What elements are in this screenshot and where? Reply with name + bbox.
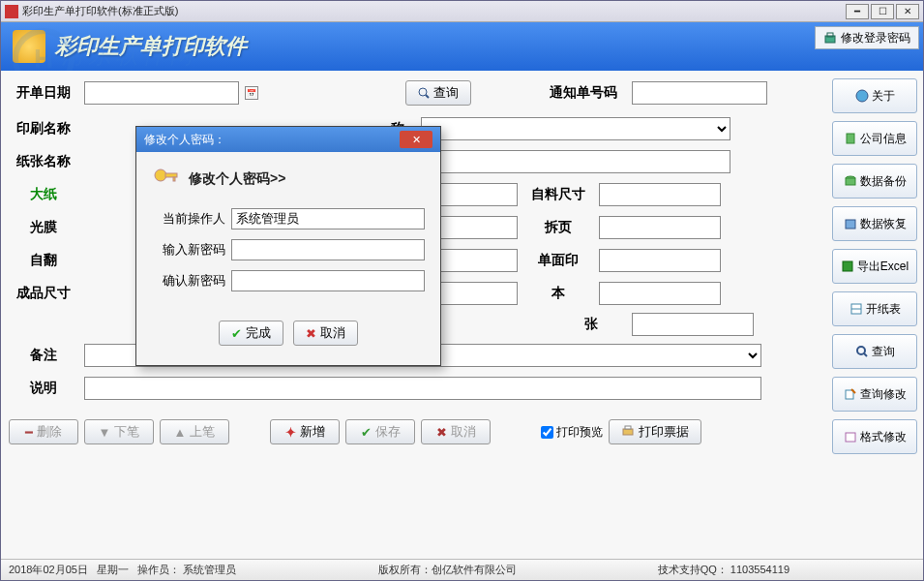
window-titlebar: 彩印生产单打印软件(标准正式版) ━ ☐ ✕ (1, 1, 923, 22)
print-receipt-button[interactable]: 打印票据 (609, 419, 701, 444)
degree-input[interactable] (421, 150, 730, 173)
restore-button[interactable]: 数据恢复 (832, 206, 917, 241)
notice-no-input[interactable] (632, 81, 767, 105)
name-combo[interactable] (421, 117, 730, 140)
window-title: 彩印生产单打印软件(标准正式版) (22, 4, 178, 18)
desc-input[interactable] (84, 377, 761, 400)
dialog-close-button[interactable]: ✕ (400, 131, 432, 148)
dialog-title: 修改个人密码： (144, 132, 225, 148)
dialog-titlebar[interactable]: 修改个人密码： ✕ (136, 127, 440, 152)
self-size-input[interactable] (599, 183, 721, 206)
product-size-label: 成品尺寸 (9, 285, 78, 302)
app-logo-icon (13, 30, 45, 63)
svg-rect-16 (846, 390, 853, 399)
remark-label: 备注 (9, 347, 78, 364)
status-date: 2018年02月05日 (9, 564, 88, 575)
header-bar: H 河东软件网 彩印生产单打印软件 修改登录密码 (1, 22, 923, 71)
query-button[interactable]: 查询 (832, 334, 917, 369)
date-input[interactable] (84, 81, 239, 105)
side-panel: 关于 公司信息 数据备份 数据恢复 导出Excel 开纸表 (826, 71, 923, 559)
search-icon (855, 345, 869, 358)
status-qq: 1103554119 (730, 564, 790, 575)
svg-rect-7 (847, 134, 854, 143)
app-icon (5, 5, 18, 18)
status-operator-label: 操作员： (137, 564, 180, 575)
dialog-cancel-button[interactable]: ✖取消 (293, 321, 358, 346)
book-label: 本 (523, 285, 593, 302)
new-password-label: 输入新密码 (152, 241, 225, 259)
excel-icon (841, 260, 854, 273)
svg-rect-21 (173, 177, 175, 181)
split-page-label: 拆页 (523, 219, 593, 236)
print-name-label: 印刷名称 (9, 120, 78, 138)
delete-button[interactable]: ━删除 (9, 419, 78, 444)
svg-line-3 (426, 95, 429, 98)
split-page-input[interactable] (599, 216, 721, 239)
notice-no-label: 通知单号码 (541, 84, 626, 102)
query-edit-button[interactable]: 查询修改 (832, 377, 917, 412)
printer-icon (621, 425, 635, 439)
paper-table-button[interactable]: 开纸表 (832, 291, 917, 326)
svg-line-15 (864, 353, 867, 356)
prev-button[interactable]: ▲上笔 (160, 419, 229, 444)
key-icon (823, 31, 837, 45)
search-button[interactable]: 查询 (405, 80, 471, 106)
current-operator-input[interactable] (231, 208, 425, 229)
status-operator: 系统管理员 (183, 564, 236, 575)
next-button[interactable]: ▼下笔 (84, 419, 154, 444)
single-print-label: 单面印 (523, 252, 593, 269)
current-operator-label: 当前操作人 (152, 210, 225, 228)
single-print-input[interactable] (599, 249, 721, 272)
svg-rect-5 (625, 426, 631, 429)
format-edit-button[interactable]: 格式修改 (832, 419, 917, 454)
svg-point-19 (155, 169, 166, 181)
dialog-ok-button[interactable]: ✔完成 (219, 321, 283, 346)
svg-rect-10 (846, 220, 855, 229)
about-button[interactable]: 关于 (832, 78, 917, 113)
minimize-button[interactable]: ━ (846, 4, 869, 19)
status-copyright: 版权所有：创亿软件有限公司 (378, 563, 517, 577)
svg-rect-11 (843, 261, 852, 271)
change-password-label: 修改登录密码 (841, 30, 910, 46)
dialog-heading: 修改个人密码>> (189, 170, 285, 188)
book-input[interactable] (599, 282, 721, 305)
status-bar: 2018年02月05日 星期一 操作员： 系统管理员 版权所有：创亿软件有限公司… (1, 559, 923, 580)
key-icon (152, 166, 179, 193)
change-password-button[interactable]: 修改登录密码 (815, 26, 919, 49)
svg-point-2 (419, 88, 427, 96)
search-icon (418, 87, 430, 99)
svg-point-6 (856, 90, 868, 102)
close-button[interactable]: ✕ (896, 4, 919, 19)
change-password-dialog: 修改个人密码： ✕ 修改个人密码>> 当前操作人 输入新密码 确认新密码 ✔完成… (135, 126, 441, 366)
svg-rect-9 (846, 178, 855, 185)
paper-name-label: 纸张名称 (9, 153, 78, 170)
svg-rect-4 (623, 429, 633, 435)
export-excel-button[interactable]: 导出Excel (832, 249, 917, 284)
table-icon (849, 302, 863, 316)
calendar-icon[interactable]: 📅 (245, 86, 258, 100)
confirm-password-input[interactable] (231, 270, 425, 291)
sheet-input[interactable] (632, 313, 754, 336)
maximize-button[interactable]: ☐ (871, 4, 894, 19)
new-password-input[interactable] (231, 239, 425, 260)
self-size-label: 自料尺寸 (523, 186, 593, 203)
company-info-button[interactable]: 公司信息 (832, 121, 917, 156)
film-label: 光膜 (9, 219, 78, 236)
svg-rect-20 (165, 173, 177, 177)
svg-rect-18 (846, 433, 855, 442)
add-button[interactable]: ✦新增 (270, 419, 340, 444)
save-button[interactable]: ✔保存 (345, 419, 415, 444)
backup-button[interactable]: 数据备份 (832, 164, 917, 199)
restore-icon (844, 217, 857, 230)
date-label: 开单日期 (9, 84, 78, 102)
confirm-password-label: 确认新密码 (152, 272, 225, 290)
info-icon (855, 89, 869, 103)
self-flip-label: 自翻 (9, 252, 78, 269)
big-paper-label: 大纸 (9, 186, 78, 203)
database-icon (844, 174, 857, 188)
cancel-button[interactable]: ✖取消 (421, 419, 491, 444)
app-title: 彩印生产单打印软件 (55, 32, 247, 61)
status-weekday: 星期一 (97, 564, 129, 575)
print-preview-checkbox[interactable]: 打印预览 (541, 424, 603, 441)
format-icon (844, 430, 857, 443)
